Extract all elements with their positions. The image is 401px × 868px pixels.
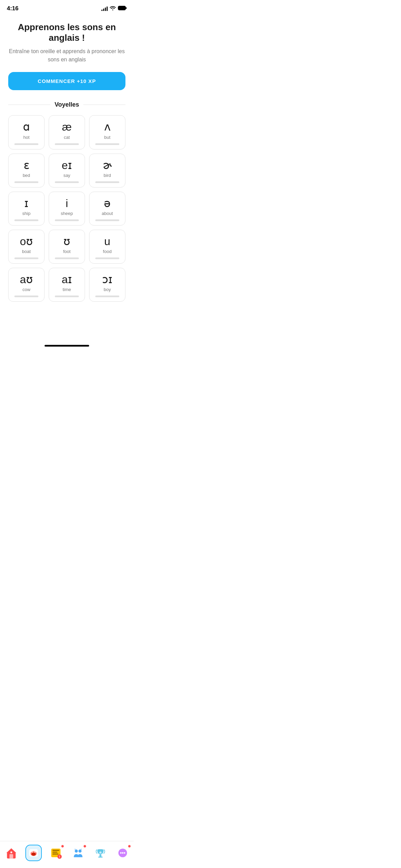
phoneme-symbol: eɪ bbox=[62, 159, 72, 171]
phoneme-symbol: æ bbox=[62, 121, 72, 133]
main-content: Apprenons les sons en anglais ! Entraîne… bbox=[0, 15, 134, 309]
word-example: bed bbox=[23, 173, 30, 178]
word-example: boat bbox=[22, 249, 31, 254]
progress-track bbox=[55, 257, 79, 259]
divider-left bbox=[8, 105, 50, 105]
word-example: boy bbox=[104, 287, 111, 292]
section-divider: Voyelles bbox=[8, 101, 125, 108]
word-example: foot bbox=[63, 249, 71, 254]
vowel-card[interactable]: ɑhot bbox=[8, 115, 45, 149]
vowel-card[interactable]: ʌbut bbox=[89, 115, 125, 149]
vowel-card[interactable]: ɪship bbox=[8, 192, 45, 226]
vowel-card[interactable]: aɪtime bbox=[49, 268, 85, 302]
vowel-card[interactable]: ɔɪboy bbox=[89, 268, 125, 302]
svg-rect-1 bbox=[119, 7, 125, 10]
phoneme-symbol: oʊ bbox=[20, 236, 33, 248]
phoneme-symbol: ə bbox=[104, 197, 111, 209]
battery-icon bbox=[118, 5, 127, 12]
phoneme-symbol: i bbox=[65, 197, 68, 209]
vowel-card[interactable]: eɪsay bbox=[49, 154, 85, 188]
vowel-card[interactable]: əabout bbox=[89, 192, 125, 226]
divider-right bbox=[83, 105, 125, 105]
phoneme-symbol: ɑ bbox=[23, 121, 30, 133]
progress-track bbox=[55, 296, 79, 297]
progress-track bbox=[55, 143, 79, 145]
phoneme-symbol: ʌ bbox=[104, 121, 111, 133]
phoneme-symbol: u bbox=[104, 236, 110, 248]
vowel-card[interactable]: ufood bbox=[89, 230, 125, 264]
phoneme-symbol: ɪ bbox=[24, 197, 28, 209]
signal-icon bbox=[101, 6, 108, 11]
word-example: but bbox=[104, 135, 110, 140]
section-title: Voyelles bbox=[54, 101, 79, 108]
word-example: ship bbox=[22, 211, 31, 216]
word-example: sheep bbox=[61, 211, 73, 216]
word-example: food bbox=[103, 249, 111, 254]
vowel-card[interactable]: æcat bbox=[49, 115, 85, 149]
vowel-card[interactable]: ʊfoot bbox=[49, 230, 85, 264]
status-bar: 4:16 bbox=[0, 0, 134, 15]
phoneme-symbol: aʊ bbox=[20, 274, 33, 286]
wifi-icon bbox=[110, 5, 116, 12]
progress-track bbox=[14, 143, 38, 145]
progress-track bbox=[14, 181, 38, 183]
progress-track bbox=[95, 181, 119, 183]
phoneme-symbol: ʊ bbox=[63, 236, 70, 248]
word-example: time bbox=[63, 287, 71, 292]
word-example: hot bbox=[23, 135, 29, 140]
progress-track bbox=[95, 143, 119, 145]
vowel-card[interactable]: oʊboat bbox=[8, 230, 45, 264]
status-time: 4:16 bbox=[7, 5, 19, 12]
word-example: say bbox=[63, 173, 70, 178]
phoneme-symbol: aɪ bbox=[62, 274, 72, 286]
page-title: Apprenons les sons en anglais ! bbox=[8, 22, 125, 43]
vowel-card[interactable]: ɚbird bbox=[89, 154, 125, 188]
home-indicator bbox=[45, 345, 89, 347]
progress-track bbox=[14, 219, 38, 221]
vowel-card[interactable]: isheep bbox=[49, 192, 85, 226]
progress-track bbox=[55, 219, 79, 221]
progress-track bbox=[95, 257, 119, 259]
word-example: bird bbox=[104, 173, 111, 178]
progress-track bbox=[95, 219, 119, 221]
page-subtitle: Entraîne ton oreille et apprends à prono… bbox=[8, 47, 125, 64]
word-example: cat bbox=[64, 135, 70, 140]
progress-track bbox=[14, 296, 38, 297]
progress-track bbox=[95, 296, 119, 297]
word-example: cow bbox=[22, 287, 30, 292]
progress-track bbox=[55, 181, 79, 183]
start-button[interactable]: COMMENCER +10 XP bbox=[8, 72, 125, 90]
status-icons bbox=[101, 5, 127, 12]
phoneme-symbol: ɔɪ bbox=[102, 274, 112, 286]
phoneme-symbol: ɚ bbox=[103, 159, 112, 171]
progress-track bbox=[14, 257, 38, 259]
vowels-grid: ɑhotæcatʌbutɛbedeɪsayɚbirdɪshipisheepəab… bbox=[8, 115, 125, 309]
vowel-card[interactable]: aʊcow bbox=[8, 268, 45, 302]
vowel-card[interactable]: ɛbed bbox=[8, 154, 45, 188]
phoneme-symbol: ɛ bbox=[24, 159, 29, 171]
word-example: about bbox=[102, 211, 113, 216]
svg-rect-2 bbox=[126, 7, 127, 9]
